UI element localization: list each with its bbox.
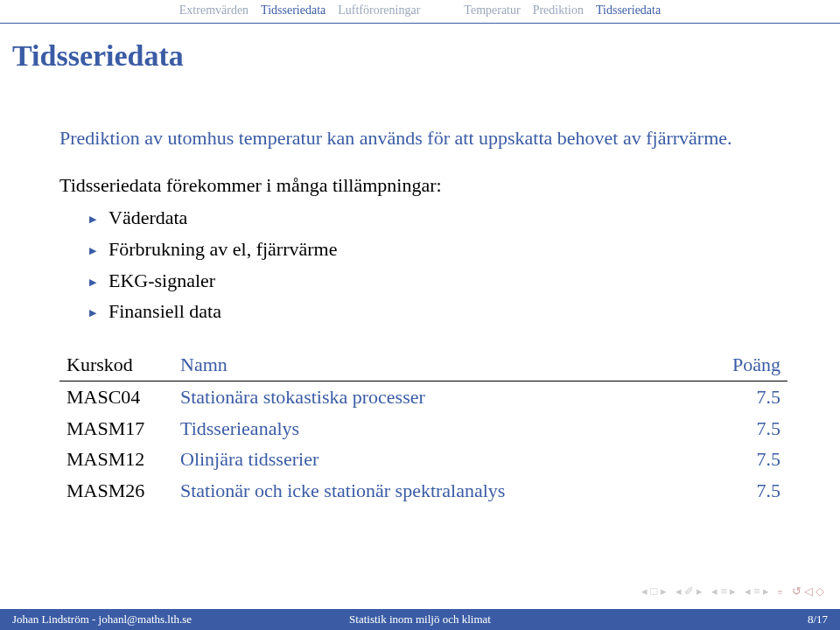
cell-pts: 7.5 [709,382,788,413]
page-title: Tidsseriedata [12,39,840,73]
nav-item-tidsseriedata-sub[interactable]: Tidsseriedata [596,4,661,18]
cell-code: MASM12 [60,444,173,475]
beamer-nav-controls: ◂ □ ▸ ◂ ✐ ▸ ◂ ≡ ▸ ◂ ≡ ▸ ≡ ↺ ◁ ◇ [641,584,824,598]
nav-next-slide-icon[interactable]: ◂ ≡ ▸ [745,584,769,598]
cell-pts: 7.5 [709,444,788,475]
nav-item-extremvarden[interactable]: Extremvärden [179,4,248,18]
list-item: Väderdata [89,205,788,231]
course-table: Kurskod Namn Poäng MASC04 Stationära sto… [60,349,788,506]
header-poang: Poäng [709,349,788,381]
table-row: MASM17 Tidsserieanalys 7.5 [60,413,788,444]
list-item: Förbrukning av el, fjärrvärme [89,236,788,262]
cell-pts: 7.5 [709,413,788,444]
cell-code: MASM17 [60,413,173,444]
nav-mode-icon[interactable]: ≡ [778,587,783,597]
nav-divider [0,23,840,24]
footer-bar: Johan Lindström - johanl@maths.lth.se St… [0,609,840,630]
nav-item-tidsseriedata[interactable]: Tidsseriedata [261,4,326,18]
table-header-row: Kurskod Namn Poäng [60,349,788,381]
table-row: MASM12 Olinjära tidsserier 7.5 [60,444,788,475]
nav-prev-section-icon[interactable]: ◂ ✐ ▸ [676,584,704,598]
footer-author: Johan Lindström - johanl@maths.lth.se [12,612,192,626]
cell-code: MASM26 [60,475,173,507]
footer-page: 8/17 [808,612,828,626]
cell-name: Olinjära tidsserier [173,444,709,475]
list-item: EKG-signaler [89,268,788,294]
header-kurskod: Kurskod [60,349,173,381]
cell-pts: 7.5 [709,475,788,507]
cell-name: Stationär och icke stationär spektralana… [173,475,709,507]
nav-right-group: Temperatur Prediktion Tidsseriedata [464,4,661,18]
applications-list: Väderdata Förbrukning av el, fjärrvärme … [60,205,788,325]
footer-title: Statistik inom miljö och klimat [349,612,491,626]
cell-name: Tidsserieanalys [173,413,709,444]
cell-code: MASC04 [60,382,173,413]
section-nav: Extremvärden Tidsseriedata Luftförorenin… [0,0,840,23]
intro-paragraph: Prediktion av utomhus temperatur kan anv… [60,125,788,151]
nav-prev-slide-icon[interactable]: ◂ ≡ ▸ [711,584,736,598]
nav-loop-icon[interactable]: ↺ ◁ ◇ [792,584,825,598]
nav-item-temperatur[interactable]: Temperatur [464,4,520,18]
main-content: Prediktion av utomhus temperatur kan anv… [0,73,840,507]
table-row: MASC04 Stationära stokastiska processer … [60,382,788,413]
nav-item-prediktion[interactable]: Prediktion [533,4,584,18]
applications-lead: Tidsseriedata förekommer i många tillämp… [60,172,788,199]
header-namn: Namn [173,349,709,381]
list-item: Finansiell data [89,298,788,325]
nav-item-luftfororeningar[interactable]: Luftföroreningar [338,4,420,18]
cell-name: Stationära stokastiska processer [173,382,709,413]
nav-first-icon[interactable]: ◂ □ ▸ [641,584,666,598]
nav-left-group: Extremvärden Tidsseriedata Luftförorenin… [179,4,421,18]
table-row: MASM26 Stationär och icke stationär spek… [60,475,788,507]
